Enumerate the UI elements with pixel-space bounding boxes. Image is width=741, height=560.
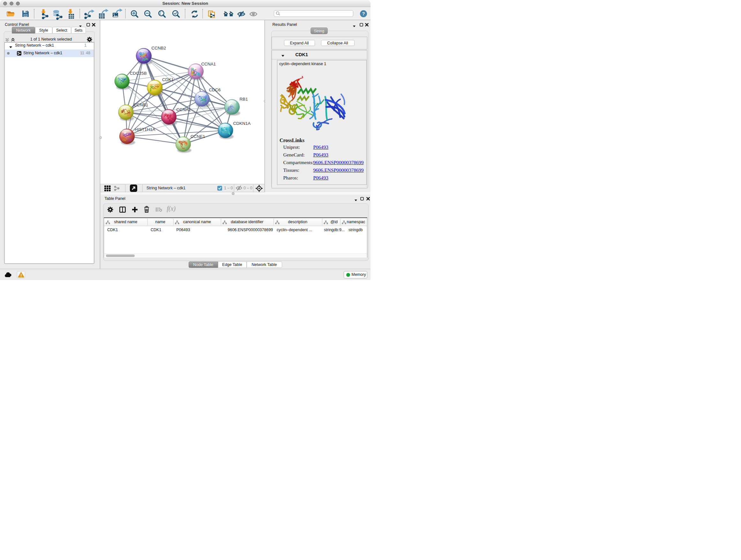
svg-text:CCNE1: CCNE1 — [191, 134, 205, 139]
svg-text:CDKN1A: CDKN1A — [233, 121, 251, 126]
svg-text:CDK1: CDK1 — [162, 77, 174, 82]
svg-text:RB1: RB1 — [240, 97, 248, 102]
svg-text:HIST1H1A: HIST1H1A — [135, 127, 155, 132]
svg-text:CCNB2: CCNB2 — [151, 46, 166, 51]
svg-text:CDC25B: CDC25B — [130, 71, 147, 76]
svg-text:CDC6: CDC6 — [209, 87, 221, 92]
svg-text:CCNA1: CCNA1 — [201, 62, 216, 66]
svg-text:CCNA2: CCNA2 — [177, 107, 191, 112]
svg-text:CCNB1: CCNB1 — [134, 103, 148, 107]
